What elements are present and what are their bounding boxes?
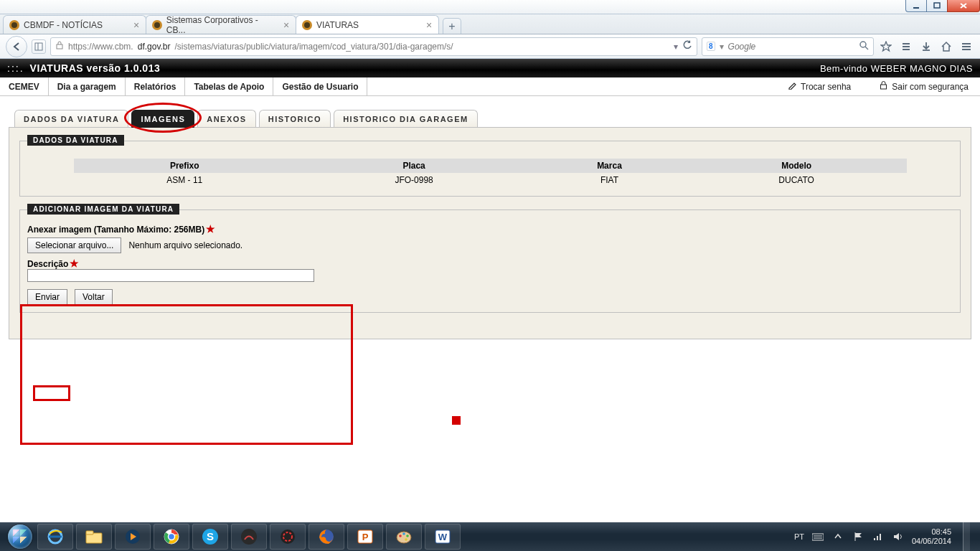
- th-placa: Placa: [296, 159, 532, 173]
- tab-label: Sistemas Corporativos - CB...: [166, 15, 278, 35]
- tab-historico-dia-garagem[interactable]: HISTORICO DIA GARAGEM: [334, 110, 478, 128]
- taskbar-app-icon[interactable]: [231, 524, 267, 550]
- tab-dados-viatura[interactable]: DADOS DA VIATURA: [14, 110, 128, 128]
- bookmark-star-icon[interactable]: [878, 39, 894, 55]
- svg-rect-6: [57, 44, 62, 49]
- svg-rect-19: [86, 531, 93, 534]
- back-button[interactable]: Voltar: [75, 289, 113, 305]
- svg-rect-46: [880, 534, 881, 540]
- attach-label: Anexar imagem (Tamanho Máximo: 256MB)★: [27, 223, 953, 235]
- browser-tab[interactable]: Sistemas Corporativos - CB...: [146, 15, 296, 34]
- tab-close-icon[interactable]: [131, 20, 141, 30]
- taskbar-paint-icon[interactable]: [386, 524, 422, 550]
- browser-tab-active[interactable]: VIATURAS: [296, 15, 439, 34]
- tray-network-icon[interactable]: [872, 530, 885, 543]
- menu-tabelas-apoio[interactable]: Tabelas de Apoio: [185, 77, 273, 95]
- tab-close-icon[interactable]: [424, 20, 434, 30]
- system-tray: PT 08:45 04/06/2014: [794, 522, 974, 551]
- tray-clock[interactable]: 08:45 04/06/2014: [912, 527, 951, 545]
- required-star-icon: ★: [70, 258, 79, 269]
- menu-icon[interactable]: [958, 39, 974, 55]
- search-box[interactable]: 8 ▾: [702, 37, 874, 56]
- language-indicator[interactable]: PT: [794, 532, 804, 541]
- tray-up-icon[interactable]: [831, 530, 844, 543]
- menu-dia-garagem[interactable]: Dia a garagem: [49, 77, 126, 95]
- downloads-icon[interactable]: [918, 39, 934, 55]
- app-header: :::. VIATURAS versão 1.0.013 Bem-vindo W…: [0, 59, 980, 77]
- change-password-link[interactable]: Trocar senha: [788, 81, 851, 92]
- address-bar[interactable]: https://www.cbm.df.gov.br/sistemas/viatu…: [50, 37, 697, 56]
- add-image-fieldset: ADICIONAR IMAGEM DA VIATURA Anexar image…: [19, 209, 961, 313]
- svg-text:P: P: [362, 532, 369, 542]
- tab-historico[interactable]: HISTORICO: [259, 110, 331, 128]
- taskbar-app2-icon[interactable]: [270, 524, 306, 550]
- bookmarks-list-icon[interactable]: [898, 39, 914, 55]
- window-titlebar: [0, 0, 980, 14]
- svg-line-8: [865, 47, 868, 50]
- window-maximize-button[interactable]: [926, 0, 948, 12]
- start-button[interactable]: [6, 522, 34, 551]
- tab-close-icon[interactable]: [281, 20, 291, 30]
- submit-button[interactable]: Enviar: [27, 289, 67, 305]
- annotation-dot: [452, 416, 461, 425]
- taskbar-word-icon[interactable]: W: [425, 524, 461, 550]
- tab-panel: DADOS DA VIATURA Prefixo Placa Marca Mod…: [9, 127, 971, 339]
- taskbar-explorer-icon[interactable]: [76, 524, 112, 550]
- new-tab-button[interactable]: +: [443, 18, 461, 34]
- svg-text:S: S: [207, 530, 214, 542]
- window-minimize-button[interactable]: [905, 0, 927, 12]
- tab-anexos[interactable]: ANEXOS: [197, 110, 255, 128]
- svg-point-7: [860, 42, 866, 47]
- tray-keyboard-icon[interactable]: [811, 530, 824, 543]
- window-close-button[interactable]: [947, 0, 980, 12]
- svg-rect-4: [35, 43, 42, 50]
- taskbar-firefox-icon[interactable]: [308, 524, 344, 550]
- tray-volume-icon[interactable]: [892, 530, 905, 543]
- header-dots: :::.: [7, 62, 24, 74]
- nav-back-button[interactable]: [6, 36, 27, 57]
- th-prefixo: Prefixo: [74, 159, 296, 173]
- taskbar: S P W PT 08:45 04/06/2014: [0, 522, 980, 551]
- search-engine-icon: 8: [707, 42, 715, 51]
- lock-icon: [880, 81, 887, 92]
- tray-flag-icon[interactable]: [852, 530, 864, 543]
- svg-text:W: W: [438, 532, 448, 542]
- vehicle-table: Prefixo Placa Marca Modelo ASM - 11 JFO-…: [74, 159, 907, 187]
- pencil-icon: [788, 81, 796, 92]
- reload-icon[interactable]: [682, 40, 692, 52]
- svg-point-36: [406, 534, 409, 537]
- browser-tabstrip: CBMDF - NOTÍCIAS Sistemas Corporativos -…: [0, 14, 980, 34]
- taskbar-skype-icon[interactable]: S: [192, 524, 228, 550]
- browser-tab[interactable]: CBMDF - NOTÍCIAS: [3, 15, 146, 34]
- subtabs: DADOS DA VIATURA IMAGENS ANEXOS HISTORIC…: [14, 109, 974, 127]
- choose-file-button[interactable]: Selecionar arquivo...: [27, 237, 121, 253]
- lock-icon: [55, 41, 64, 52]
- vehicle-data-fieldset: DADOS DA VIATURA Prefixo Placa Marca Mod…: [19, 141, 961, 197]
- description-input[interactable]: [27, 269, 314, 282]
- search-input[interactable]: [728, 42, 855, 52]
- url-path: /sistemas/viaturas/public/viatura/imagem…: [175, 42, 453, 52]
- svg-rect-1: [934, 3, 940, 8]
- menu-relatorios[interactable]: Relatórios: [126, 77, 186, 95]
- sidebar-toggle-button[interactable]: [32, 39, 46, 54]
- home-icon[interactable]: [938, 39, 954, 55]
- page-content: DADOS DA VIATURA IMAGENS ANEXOS HISTORIC…: [0, 96, 980, 522]
- menu-cemev[interactable]: CEMEV: [0, 77, 49, 95]
- url-host: df.gov.br: [138, 42, 171, 52]
- svg-rect-40: [812, 534, 824, 540]
- app-title: VIATURAS versão 1.0.013: [30, 62, 161, 74]
- show-desktop-button[interactable]: [963, 522, 970, 551]
- description-label: Descrição★: [27, 258, 953, 269]
- tab-imagens[interactable]: IMAGENS: [131, 110, 194, 128]
- taskbar-mediaplayer-icon[interactable]: [115, 524, 151, 550]
- search-icon[interactable]: [859, 41, 869, 52]
- no-file-text: Nenhum arquivo selecionado.: [128, 240, 242, 250]
- td-placa: JFO-0998: [296, 173, 532, 187]
- menu-gestao-usuario[interactable]: Gestão de Usuario: [273, 77, 367, 95]
- taskbar-powerpoint-icon[interactable]: P: [347, 524, 383, 550]
- url-dropdown-icon[interactable]: ▾: [674, 42, 678, 52]
- logout-link[interactable]: Sair com segurança: [880, 81, 969, 92]
- taskbar-chrome-icon[interactable]: [154, 524, 189, 550]
- browser-toolbar: https://www.cbm.df.gov.br/sistemas/viatu…: [0, 34, 980, 59]
- taskbar-ie-icon[interactable]: [37, 524, 73, 550]
